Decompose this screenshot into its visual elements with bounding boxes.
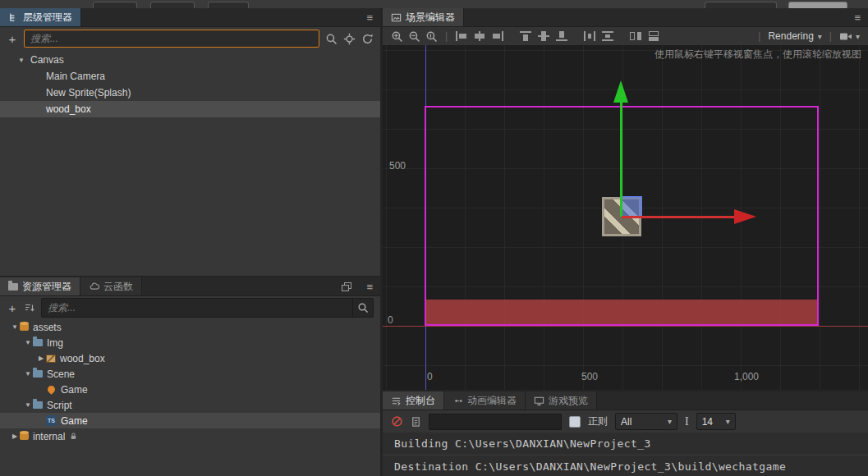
assets-panel: 资源管理器 云函数 ≡ + ▼ assets [0,277,380,476]
tab-scene-editor[interactable]: 场景编辑器 [383,8,464,26]
image-asset-icon [46,355,56,363]
align-middle-icon[interactable] [537,30,550,42]
scene-viewport[interactable]: 使用鼠标右键平移视窗焦点，使用滚轮缩放视图 500 0 0 500 1,000 [383,45,868,390]
gizmo-y-axis-arrow[interactable] [620,102,622,217]
distribute-vertical-icon[interactable] [601,30,614,42]
x-axis-line [383,326,868,327]
assets-menu-icon[interactable]: ≡ [359,281,380,293]
console-panel: 控制台 动画编辑器 游戏预览 正则 All ▾ I 14 [383,391,868,476]
tree-item-new-sprite[interactable]: New Sprite(Splash) [0,85,380,101]
add-node-button[interactable]: + [7,32,18,46]
tree-item-label: Main Camera [46,71,105,82]
tabbar-spacer [81,8,359,26]
hierarchy-panel: 层级管理器 ≡ + ▼ Canvas Main Camera New Sprit… [0,8,380,276]
log-entry[interactable]: Destination C:\Users\DANXIAN\NewProject_… [383,455,868,476]
asset-item-assets[interactable]: ▼ assets [0,319,380,335]
console-icon [391,396,402,406]
assets-search-button[interactable] [352,299,373,317]
float-panel-icon[interactable] [341,281,352,292]
tab-game-preview[interactable]: 游戏预览 [526,391,597,410]
tab-console-label: 控制台 [406,394,435,408]
asset-item-game-scene[interactable]: Game [0,382,380,397]
tab-assets[interactable]: 资源管理器 [0,277,80,295]
ruler-label-bottom-1000: 1,000 [734,371,759,382]
assets-search-input[interactable] [42,300,352,316]
lock-icon [69,432,78,441]
console-toolbar: 正则 All ▾ I 14 ▾ [383,410,868,433]
tab-console[interactable]: 控制台 [383,391,444,410]
align-right-icon[interactable] [491,30,504,42]
log-file-icon[interactable] [411,416,421,428]
chevron-down-icon: ▾ [726,417,730,426]
align-left-icon[interactable] [455,30,468,42]
log-entry[interactable]: Building C:\Users\DANXIAN\NewProject_3 [383,433,868,455]
add-asset-button[interactable]: + [7,301,18,315]
zoom-out-icon[interactable] [408,30,420,43]
sort-icon[interactable] [24,302,35,314]
ruler-label-500: 500 [389,160,406,172]
clear-console-icon[interactable] [391,415,403,428]
distribute-horizontal-icon[interactable] [583,30,596,42]
flip-vertical-icon[interactable] [647,30,660,42]
asset-item-internal[interactable]: ▶ internal [0,428,380,444]
tree-item-main-camera[interactable]: Main Camera [0,68,380,85]
console-log-list: Building C:\Users\DANXIAN\NewProject_3 D… [383,433,868,476]
hierarchy-menu-icon[interactable]: ≡ [359,11,380,24]
hierarchy-search-input[interactable] [24,30,319,48]
chevron-right-icon[interactable]: ▶ [10,433,20,440]
cloud-icon [89,281,99,292]
align-bottom-icon[interactable] [555,30,568,42]
tab-assets-label: 资源管理器 [22,280,71,294]
asset-item-label: Game [61,384,88,396]
chevron-down-icon[interactable]: ▼ [23,401,33,409]
tree-item-label: Canvas [30,54,64,66]
asset-item-wood-box[interactable]: ▶ wood_box [0,350,380,366]
gizmo-x-arrowhead[interactable] [734,209,756,224]
tabbar-spacer [597,391,868,410]
asset-item-img[interactable]: ▼ Img [0,335,380,350]
console-filter-input[interactable] [429,414,562,430]
tab-cloud-label: 云函数 [103,280,133,294]
zoom-reset-icon[interactable] [425,30,438,43]
asset-item-script-folder[interactable]: ▼ Script [0,397,380,413]
regex-checkbox[interactable] [569,416,581,428]
tab-cloud-functions[interactable]: 云函数 [80,277,142,295]
assets-db-icon [20,433,29,440]
align-center-horizontal-icon[interactable] [473,30,486,42]
asset-item-scene-folder[interactable]: ▼ Scene [0,366,380,382]
folder-icon [8,283,18,291]
asset-item-game-script[interactable]: TS Game [0,413,380,428]
chevron-down-icon[interactable]: ▼ [16,57,26,64]
gizmo-xy-plane-handle[interactable] [622,196,642,217]
zoom-in-icon[interactable] [391,30,403,43]
asset-item-label: wood_box [60,353,105,364]
locate-icon[interactable] [343,33,356,45]
align-top-icon[interactable] [519,30,532,42]
hierarchy-tree: ▼ Canvas Main Camera New Sprite(Splash) … [0,52,380,117]
flip-horizontal-icon[interactable] [629,30,642,42]
log-level-select[interactable]: All ▾ [615,413,677,430]
gizmo-y-arrowhead[interactable] [613,80,628,103]
chevron-right-icon[interactable]: ▶ [36,355,46,362]
chevron-down-icon[interactable]: ▼ [23,370,33,378]
refresh-icon[interactable] [361,33,374,45]
tab-hierarchy[interactable]: 层级管理器 [0,8,81,26]
ruler-label-bottom-0: 0 [427,371,433,382]
assets-search-row: + [0,296,380,319]
tree-item-canvas[interactable]: ▼ Canvas [0,52,380,68]
camera-dropdown[interactable]: ▾ [839,31,860,42]
gizmo-x-axis-arrow[interactable] [622,216,734,218]
chevron-down-icon[interactable]: ▼ [10,323,20,331]
tab-animation-editor[interactable]: 动画编辑器 [444,391,526,410]
search-icon[interactable] [325,33,338,45]
tree-item-wood-box[interactable]: wood_box [0,101,380,117]
font-size-value: 14 [702,416,713,428]
tree-item-label: wood_box [46,103,91,115]
font-size-select[interactable]: 14 ▾ [696,413,736,430]
hierarchy-icon [8,12,19,23]
rendering-dropdown[interactable]: Rendering ▾ [768,30,821,42]
chevron-down-icon[interactable]: ▼ [23,339,33,346]
chevron-down-icon: ▾ [856,32,860,41]
scene-menu-icon[interactable]: ≡ [847,11,868,24]
typescript-icon: TS [46,415,57,426]
